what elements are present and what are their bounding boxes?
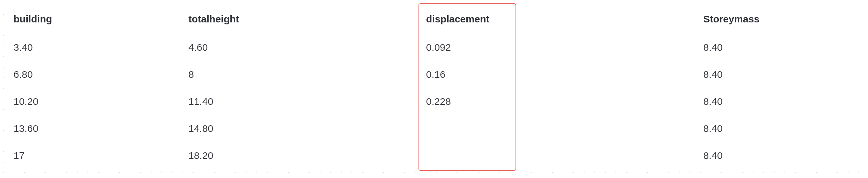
cell-totalheight[interactable]: 4.60 [181, 34, 419, 61]
cell-displacement[interactable] [419, 142, 696, 169]
table-row: 17 18.20 8.40 [6, 142, 862, 169]
cell-totalheight[interactable]: 11.40 [181, 88, 419, 115]
cell-building[interactable]: 10.20 [6, 88, 181, 115]
cell-storeymass[interactable]: 8.40 [696, 88, 862, 115]
header-row: building totalheight displacement Storey… [6, 4, 862, 34]
cell-building[interactable]: 3.40 [6, 34, 181, 61]
table-row: 6.80 8 0.16 8.40 [6, 61, 862, 88]
cell-building[interactable]: 17 [6, 142, 181, 169]
cell-displacement[interactable]: 0.092 [419, 34, 696, 61]
table-row: 10.20 11.40 0.228 8.40 [6, 88, 862, 115]
cell-displacement[interactable]: 0.16 [419, 61, 696, 88]
cell-totalheight[interactable]: 18.20 [181, 142, 419, 169]
table-container: building totalheight displacement Storey… [0, 0, 868, 173]
cell-storeymass[interactable]: 8.40 [696, 61, 862, 88]
header-displacement[interactable]: displacement [419, 4, 696, 34]
cell-storeymass[interactable]: 8.40 [696, 142, 862, 169]
header-building[interactable]: building [6, 4, 181, 34]
header-storeymass[interactable]: Storeymass [696, 4, 862, 34]
cell-storeymass[interactable]: 8.40 [696, 115, 862, 142]
cell-totalheight[interactable]: 14.80 [181, 115, 419, 142]
cell-building[interactable]: 6.80 [6, 61, 181, 88]
cell-storeymass[interactable]: 8.40 [696, 34, 862, 61]
data-table: building totalheight displacement Storey… [6, 4, 862, 169]
header-totalheight[interactable]: totalheight [181, 4, 419, 34]
table-row: 3.40 4.60 0.092 8.40 [6, 34, 862, 61]
table-row: 13.60 14.80 8.40 [6, 115, 862, 142]
cell-totalheight[interactable]: 8 [181, 61, 419, 88]
cell-building[interactable]: 13.60 [6, 115, 181, 142]
cell-displacement[interactable] [419, 115, 696, 142]
cell-displacement[interactable]: 0.228 [419, 88, 696, 115]
